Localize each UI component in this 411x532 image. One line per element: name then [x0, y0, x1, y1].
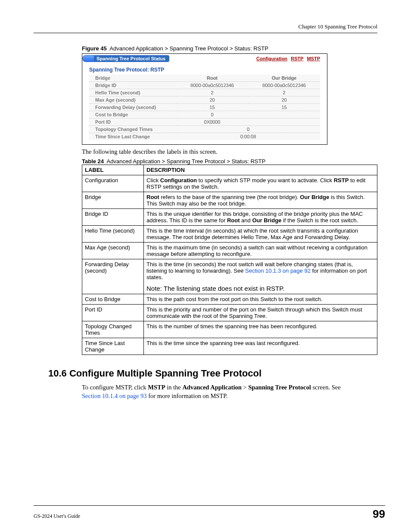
cell-value: 2 — [176, 89, 248, 96]
cell-label: Forwarding Delay (second) — [82, 259, 144, 294]
cell-label: Bridge ID — [82, 209, 144, 226]
section-link[interactable]: Section 10.1.4 on page 93 — [82, 392, 147, 399]
row-port-id: Port ID 0X0000 — [89, 118, 320, 126]
table-row: Bridge ID This is the unique identifier … — [82, 209, 377, 226]
description-table: LABEL DESCRIPTION Configuration Click Co… — [82, 165, 377, 355]
table-row: Max Age (second) This is the maximum tim… — [82, 243, 377, 259]
breadcrumb-pill: Spanning Tree Protocol Status — [82, 55, 169, 62]
pill-icon — [82, 55, 94, 62]
cell-desc: This is the number of times the spanning… — [144, 321, 377, 338]
footer-guide: GS-2024 User's Guide — [34, 513, 80, 520]
cell-label: Max Age (second) — [89, 96, 176, 104]
cell-desc: Root refers to the base of the spanning … — [144, 192, 377, 209]
cell-value: 0 — [176, 126, 320, 133]
table-label: Table 24 — [82, 158, 104, 165]
desc-head-desc: DESCRIPTION — [144, 165, 377, 175]
cell-value: 2 — [248, 89, 320, 96]
cell-desc: This is the maximum time (in seconds) a … — [144, 243, 377, 259]
nav-mstp-link[interactable]: MSTP — [307, 56, 320, 61]
table-row: Configuration Click Configuration to spe… — [82, 175, 377, 192]
cell-value — [248, 118, 320, 126]
cell-label: Time Since Last Change — [82, 338, 144, 355]
cell-label: Time Since Last Change — [89, 133, 176, 140]
breadcrumb-title: Spanning Tree Protocol Status — [94, 55, 169, 62]
cell-label: Cost to Bridge — [89, 111, 176, 118]
desc-header-row: LABEL DESCRIPTION — [82, 165, 377, 175]
section-heading: 10.6 Configure Multiple Spanning Tree Pr… — [48, 368, 377, 379]
screenshot-subheading: Spanning Tree Protocol: RSTP — [82, 63, 327, 75]
section-paragraph: To configure MSTP, click MSTP in the Adv… — [82, 383, 344, 400]
cell-desc: This is the time since the spanning tree… — [144, 338, 377, 355]
status-col-root: Root — [176, 75, 248, 82]
page-number: 99 — [373, 507, 385, 521]
cell-value: 15 — [248, 104, 320, 111]
screenshot-titlebar: Spanning Tree Protocol Status Configurat… — [82, 54, 327, 63]
cell-desc: This is the time interval (in seconds) a… — [144, 226, 377, 243]
status-table: Bridge Root Our Bridge Bridge ID 8000-00… — [89, 75, 320, 140]
status-col-bridge: Bridge — [89, 75, 176, 82]
status-screenshot: Spanning Tree Protocol Status Configurat… — [82, 53, 327, 145]
cell-label: Hello Time (second) — [82, 226, 144, 243]
row-max-age: Max Age (second) 20 20 — [89, 96, 320, 104]
table-row: Topology Changed Times This is the numbe… — [82, 321, 377, 338]
cell-label: Bridge — [82, 192, 144, 209]
cell-desc: This is the priority and number of the p… — [144, 305, 377, 321]
row-since: Time Since Last Change 0:00:08 — [89, 133, 320, 140]
status-header-row: Bridge Root Our Bridge — [89, 75, 320, 82]
cell-desc: This is the unique identifier for this b… — [144, 209, 377, 226]
cell-value — [248, 111, 320, 118]
cell-label: Cost to Bridge — [82, 294, 144, 305]
cell-label: Port ID — [89, 118, 176, 126]
row-cost: Cost to Bridge 0 — [89, 111, 320, 118]
cell-desc: This is the path cost from the root port… — [144, 294, 377, 305]
cell-value: 20 — [176, 96, 248, 104]
table-row: Hello Time (second) This is the time int… — [82, 226, 377, 243]
cell-value: 8000-00a0c5012346 — [248, 82, 320, 89]
cell-value: 20 — [248, 96, 320, 104]
cell-label: Max Age (second) — [82, 243, 144, 259]
table-row: Cost to Bridge This is the path cost fro… — [82, 294, 377, 305]
cell-desc: This is the time (in seconds) the root s… — [144, 259, 377, 294]
cell-label: Topology Changed Times — [82, 321, 144, 338]
row-fwd-delay: Forwarding Delay (second) 15 15 — [89, 104, 320, 111]
desc-note: Note: The listening state does not exist… — [146, 285, 374, 292]
cell-value: 8000-00a0c5012346 — [176, 82, 248, 89]
row-hello: Hello Time (second) 2 2 — [89, 89, 320, 96]
section-link[interactable]: Section 10.1.3 on page 92 — [245, 268, 311, 274]
status-col-our: Our Bridge — [248, 75, 320, 82]
figure-caption: Figure 45 Advanced Application > Spannin… — [82, 45, 377, 52]
cell-label: Forwarding Delay (second) — [89, 104, 176, 111]
table-caption-text: Advanced Application > Spanning Tree Pro… — [107, 158, 266, 165]
cell-value: 0X0000 — [176, 118, 248, 126]
cell-label: Bridge ID — [89, 82, 176, 89]
cell-label: Configuration — [82, 175, 144, 192]
cell-value: 0:00:08 — [176, 133, 320, 140]
table-caption: Table 24 Advanced Application > Spanning… — [82, 158, 377, 165]
cell-label: Hello Time (second) — [89, 89, 176, 96]
desc-head-label: LABEL — [82, 165, 144, 175]
nav-rstp-link[interactable]: RSTP — [291, 56, 303, 61]
cell-value: 15 — [176, 104, 248, 111]
table-row: Port ID This is the priority and number … — [82, 305, 377, 321]
cell-label: Port ID — [82, 305, 144, 321]
table-row: Time Since Last Change This is the time … — [82, 338, 377, 355]
table-row: Bridge Root refers to the base of the sp… — [82, 192, 377, 209]
cell-label: Topology Changed Times — [89, 126, 176, 133]
cell-value: 0 — [176, 111, 248, 118]
lead-paragraph: The following table describes the labels… — [82, 148, 377, 156]
screenshot-nav: Configuration RSTP MSTP — [256, 56, 324, 61]
row-topology: Topology Changed Times 0 — [89, 126, 320, 133]
row-bridge-id: Bridge ID 8000-00a0c5012346 8000-00a0c50… — [89, 82, 320, 89]
chapter-header: Chapter 10 Spanning Tree Protocol — [34, 23, 377, 33]
table-row: Forwarding Delay (second) This is the ti… — [82, 259, 377, 294]
figure-label: Figure 45 — [82, 45, 107, 52]
cell-desc: Click Configuration to specify which STP… — [144, 175, 377, 192]
nav-configuration-link[interactable]: Configuration — [256, 56, 287, 61]
figure-caption-text: Advanced Application > Spanning Tree Pro… — [109, 45, 268, 52]
page-footer: GS-2024 User's Guide 99 — [34, 505, 385, 521]
